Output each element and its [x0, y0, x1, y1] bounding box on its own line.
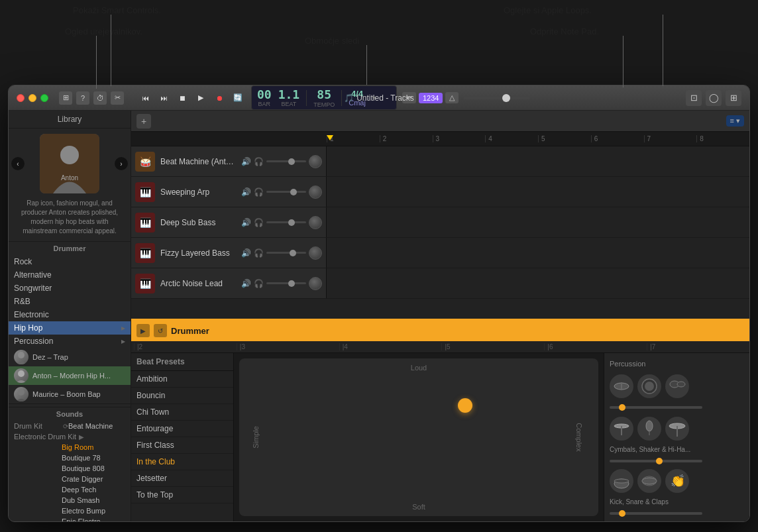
mute-icon[interactable]: 🔊: [241, 157, 251, 166]
volume-thumb-drummer[interactable]: [288, 158, 295, 165]
volume-thumb-bass[interactable]: [288, 219, 295, 226]
help-icon[interactable]: ?: [76, 91, 89, 105]
artist-prev-btn[interactable]: ‹: [11, 157, 25, 170]
track-name-deep-sub-bass: Deep Sub Bass: [160, 218, 236, 227]
volume-thumb-arp[interactable]: [290, 189, 297, 195]
rewind-button[interactable]: ⏮: [137, 91, 153, 105]
pad-complexity-area[interactable]: Loud Soft Simple Complex: [239, 358, 598, 516]
play-button[interactable]: ▶: [193, 91, 209, 105]
drum-kick-icon[interactable]: [610, 469, 633, 493]
headphones-icon[interactable]: 🎧: [254, 157, 264, 166]
category-electronic[interactable]: Electronic: [9, 308, 131, 321]
perc-slider-3[interactable]: [610, 512, 702, 515]
volume-thumb-fizzy[interactable]: [290, 250, 296, 256]
bp-jetsetter[interactable]: Jetsetter: [131, 470, 233, 487]
drummer-item-anton[interactable]: Anton – Modern Hip H...: [9, 366, 131, 385]
category-rock[interactable]: Rock: [9, 255, 131, 268]
percussion-row-3: 👏: [610, 469, 744, 493]
bp-first-class[interactable]: First Class: [131, 437, 233, 454]
track-view-button[interactable]: ≡ ▾: [726, 115, 744, 127]
pad-position-dot[interactable]: [458, 398, 472, 413]
bp-bouncin[interactable]: Bouncin: [131, 388, 233, 404]
bp-in-the-club[interactable]: In the Club: [131, 454, 233, 470]
tempo-display: 85 TEMPO: [313, 87, 335, 108]
note-pad-btn[interactable]: ◯: [706, 90, 722, 106]
vol-knob-bass[interactable]: [309, 216, 322, 229]
midi-mode-btn[interactable]: 1234: [419, 93, 443, 103]
minimize-button[interactable]: [28, 94, 36, 102]
metronome-icon[interactable]: ⏱: [93, 91, 107, 105]
headphones-icon-arctic[interactable]: 🎧: [254, 279, 264, 288]
headphones-icon-arp[interactable]: 🎧: [254, 187, 264, 197]
kit-epic-electro[interactable]: Epic Electro: [9, 516, 131, 521]
bp-ambition[interactable]: Ambition: [131, 371, 233, 388]
drum-shaker-icon[interactable]: [637, 417, 661, 441]
cycle-button[interactable]: 🔄: [230, 91, 246, 105]
kit-crate-digger[interactable]: Crate Digger: [9, 474, 131, 484]
smart-controls-btn[interactable]: ⊡: [686, 90, 702, 106]
mute-icon-bass[interactable]: 🔊: [241, 218, 251, 227]
vol-knob-fizzy[interactable]: [309, 246, 322, 260]
scissors-icon[interactable]: ✂: [111, 91, 124, 105]
volume-slider-arp[interactable]: [266, 191, 306, 193]
drum-kit-cycle[interactable]: ⟳: [63, 423, 68, 430]
maximize-button[interactable]: [40, 94, 48, 102]
drum-hihat-icon[interactable]: [610, 374, 633, 398]
library-icon[interactable]: ⊞: [59, 91, 72, 105]
stop-button[interactable]: ⏹: [174, 91, 190, 105]
electronic-drum-kit-row[interactable]: Electronic Drum Kit ▶: [9, 431, 131, 442]
kit-boutique-808[interactable]: Boutique 808: [9, 463, 131, 474]
headphones-icon-bass[interactable]: 🎧: [254, 218, 264, 227]
artist-next-btn[interactable]: ›: [115, 157, 128, 170]
category-hiphop[interactable]: Hip Hop: [9, 321, 131, 335]
kit-big-room[interactable]: Big Room: [9, 442, 131, 452]
perc-slider-2[interactable]: [610, 460, 702, 462]
kit-electro-bump[interactable]: Electro Bump: [9, 505, 131, 516]
bp-chi-town[interactable]: Chi Town: [131, 404, 233, 421]
volume-slider-drummer[interactable]: [266, 160, 306, 162]
drum-ride-icon[interactable]: [665, 417, 689, 441]
perc-slider-1[interactable]: [610, 406, 702, 409]
fast-forward-button[interactable]: ⏭: [156, 91, 172, 105]
volume-thumb-arctic[interactable]: [288, 280, 295, 287]
score-mode-btn[interactable]: △: [445, 92, 459, 103]
drum-snare-icon[interactable]: [637, 374, 661, 398]
kit-dub-smash[interactable]: Dub Smash: [9, 495, 131, 505]
perc-slider-2-thumb[interactable]: [656, 458, 663, 464]
drum-crash-icon[interactable]: [610, 417, 633, 441]
drum-tom-icon[interactable]: [665, 374, 689, 398]
category-songwriter[interactable]: Songwriter: [9, 282, 131, 295]
kit-boutique-78[interactable]: Boutique 78: [9, 452, 131, 463]
category-percussion[interactable]: Percussion: [9, 335, 131, 348]
mute-icon-arp[interactable]: 🔊: [241, 187, 251, 197]
bp-entourage[interactable]: Entourage: [131, 421, 233, 437]
drummer-item-dez[interactable]: Dez – Trap: [9, 348, 131, 366]
volume-slider-fizzy[interactable]: [266, 252, 306, 254]
volume-slider-bass[interactable]: [266, 221, 306, 223]
add-track-button[interactable]: +: [136, 114, 151, 129]
vol-knob-drummer[interactable]: [309, 155, 322, 168]
category-rb[interactable]: R&B: [9, 295, 131, 308]
kit-deep-tech[interactable]: Deep Tech: [9, 484, 131, 495]
category-alternative[interactable]: Alternative: [9, 268, 131, 282]
perc-slider-3-thumb[interactable]: [619, 510, 625, 517]
perc-slider-1-thumb[interactable]: [619, 404, 625, 411]
de-play-btn[interactable]: ▶: [136, 324, 150, 337]
headphones-icon-fizzy[interactable]: 🎧: [254, 248, 264, 258]
close-button[interactable]: [17, 94, 25, 102]
record-button[interactable]: ⏺: [211, 91, 227, 105]
volume-slider-arctic[interactable]: [266, 282, 306, 284]
drum-snare2-icon[interactable]: [637, 469, 661, 493]
mute-icon-fizzy[interactable]: 🔊: [241, 248, 251, 258]
drum-claps-icon[interactable]: 👏: [665, 469, 689, 493]
vol-knob-arctic[interactable]: [309, 277, 322, 290]
vol-knob-arp[interactable]: [309, 186, 322, 199]
drum-kit-row[interactable]: Drum Kit ⟳ Beat Machine: [9, 421, 131, 431]
de-loop-btn[interactable]: ↺: [154, 324, 167, 337]
drummer-item-maurice[interactable]: Maurice – Boom Bap: [9, 385, 131, 403]
master-volume-thumb[interactable]: [502, 94, 510, 102]
mute-icon-arctic[interactable]: 🔊: [241, 279, 251, 288]
master-volume-slider[interactable]: [464, 97, 530, 99]
apple-loops-btn[interactable]: ⊞: [726, 90, 741, 106]
bp-to-the-top[interactable]: To the Top: [131, 487, 233, 504]
